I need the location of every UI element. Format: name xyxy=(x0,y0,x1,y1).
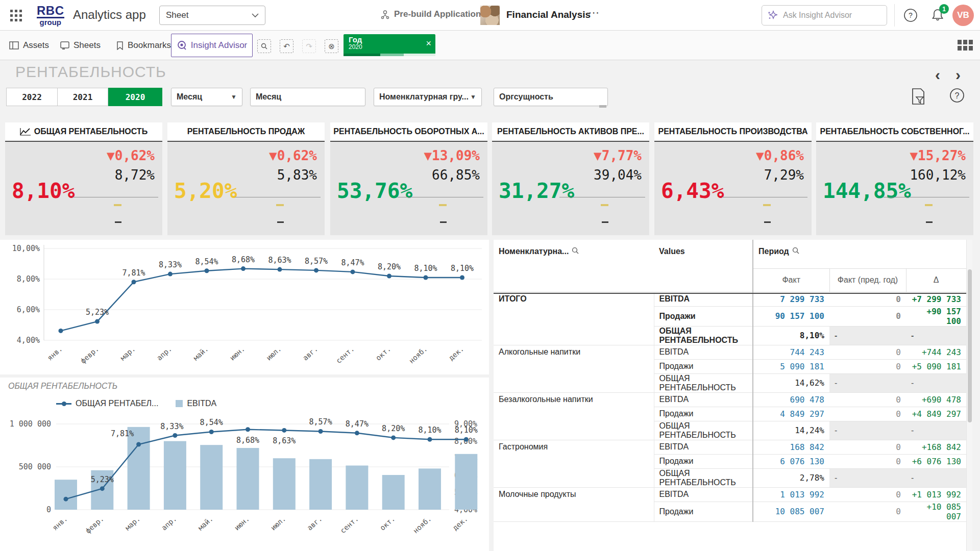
notifications-icon[interactable]: 1 xyxy=(931,8,944,24)
undo-selection-button[interactable]: ↶ xyxy=(280,39,293,53)
cell-fact[interactable]: 690 478 xyxy=(753,392,829,407)
sheet-grid-button[interactable] xyxy=(958,40,973,51)
cell-fact-prev[interactable]: 0 xyxy=(829,345,906,359)
filter-chip-year[interactable]: Год 2020 × xyxy=(344,34,435,54)
cell-fact[interactable]: 90 157 100 xyxy=(753,306,829,326)
cell-fact-prev[interactable]: 0 xyxy=(829,392,906,407)
row-measure-label[interactable]: ОБЩАЯ РЕНТАБЕЛЬНОСТЬ xyxy=(654,468,753,487)
filter-pane-icon[interactable] xyxy=(911,88,926,107)
kpi-card-4[interactable]: РЕНТАБЕЛЬНОСТЬ АКТИВОВ ПРЕ...31,27%▼7,77… xyxy=(492,122,649,236)
year-button-2020[interactable]: 2020 xyxy=(108,88,162,106)
sheet-selector[interactable]: Sheet xyxy=(159,6,265,25)
row-dimension-cell[interactable]: Молочные продукты xyxy=(494,487,654,521)
cell-fact[interactable]: 7 299 733 xyxy=(753,292,829,306)
year-button-2021[interactable]: 2021 xyxy=(57,88,108,106)
cell-fact[interactable]: 1 013 992 xyxy=(753,487,829,502)
row-dimension-cell[interactable]: Безалкогольные напитки xyxy=(494,392,654,440)
cell-fact[interactable]: 10 085 007 xyxy=(753,502,829,521)
cell-delta[interactable]: - xyxy=(906,326,966,345)
cell-delta[interactable]: - xyxy=(906,421,966,440)
cell-fact-prev[interactable]: 0 xyxy=(829,454,906,468)
cell-delta[interactable]: +690 478 xyxy=(906,392,966,407)
table-scrollbar[interactable] xyxy=(966,240,972,551)
sheets-tab[interactable]: Sheets xyxy=(57,31,104,60)
org-listbox[interactable]: Оргсущность xyxy=(494,88,608,106)
row-measure-label[interactable]: EBITDA xyxy=(654,345,753,359)
cell-fact-prev[interactable]: 0 xyxy=(829,440,906,454)
row-measure-label[interactable]: Продажи xyxy=(654,454,753,468)
help-circle-icon[interactable]: ? xyxy=(949,88,965,105)
table-row[interactable]: ГастрономияEBITDA168 8420+168 842 xyxy=(494,440,966,454)
redo-selection-button[interactable]: ↷ xyxy=(302,39,316,53)
cell-delta[interactable]: +5 090 181 xyxy=(906,359,966,373)
cell-delta[interactable]: - xyxy=(906,468,966,487)
row-dimension-cell[interactable]: Алкогольные напитки xyxy=(494,345,654,392)
table-row[interactable]: Безалкогольные напиткиEBITDA690 4780+690… xyxy=(494,392,966,407)
help-icon[interactable]: ? xyxy=(903,8,918,24)
row-measure-label[interactable]: EBITDA xyxy=(654,440,753,454)
assets-tab[interactable]: Assets xyxy=(6,31,52,60)
cell-fact[interactable]: 2,78% xyxy=(753,468,829,487)
cell-fact-prev[interactable]: - xyxy=(829,421,906,440)
legend-item-line[interactable]: ОБЩАЯ РЕНТАБЕЛ... xyxy=(56,399,158,408)
scrollbar-thumb[interactable] xyxy=(968,269,972,422)
legend-item-bar[interactable]: EBITDA xyxy=(176,399,216,408)
clear-selections-button[interactable]: ⊗ xyxy=(325,39,338,53)
cell-delta[interactable]: +10 085 007 xyxy=(906,502,966,521)
cell-fact-prev[interactable]: 0 xyxy=(829,306,906,326)
insight-advisor-button[interactable]: Insight Advisor xyxy=(171,34,253,57)
cell-delta[interactable]: +168 842 xyxy=(906,440,966,454)
cell-fact[interactable]: 744 243 xyxy=(753,345,829,359)
more-options-button[interactable]: ⋯ xyxy=(588,6,599,19)
cell-fact[interactable]: 5 090 181 xyxy=(753,359,829,373)
prev-sheet-button[interactable]: ‹ xyxy=(935,66,940,84)
row-measure-label[interactable]: Продажи xyxy=(654,407,753,421)
ask-insight-advisor-box[interactable] xyxy=(762,5,887,26)
cell-delta[interactable]: +90 157 100 xyxy=(906,306,966,326)
table-row[interactable]: Молочные продуктыEBITDA1 013 9920+1 013 … xyxy=(494,487,966,502)
row-dimension-cell[interactable]: ИТОГО xyxy=(494,292,654,345)
bookmarks-tab[interactable]: Bookmarks xyxy=(113,31,174,60)
ask-insight-input[interactable] xyxy=(783,11,875,20)
cell-fact[interactable]: 8,10% xyxy=(753,326,829,345)
profitability-combo-chart[interactable]: ОБЩАЯ РЕНТАБЕЛЬНОСТЬ ОБЩАЯ РЕНТАБЕЛ... E… xyxy=(0,378,489,551)
column-header-period[interactable]: Период xyxy=(753,240,966,268)
cell-fact-prev[interactable]: - xyxy=(829,373,906,392)
cell-delta[interactable]: +1 013 992 xyxy=(906,487,966,502)
avatar[interactable]: VB xyxy=(952,5,974,26)
year-button-2022[interactable]: 2022 xyxy=(6,88,57,106)
search-icon[interactable] xyxy=(572,247,579,254)
cell-fact[interactable]: 168 842 xyxy=(753,440,829,454)
profitability-line-chart[interactable]: 10,00%8,00%6,00%4,00%янв.5,23%февр.7,81%… xyxy=(0,240,489,374)
subcolumn-fact-prev[interactable]: Факт (пред. год) xyxy=(829,268,906,292)
row-measure-label[interactable]: Продажи xyxy=(654,502,753,521)
row-measure-label[interactable]: Продажи xyxy=(654,306,753,326)
pivot-table-panel[interactable]: Номенклатурна... Values Период Факт Факт… xyxy=(494,240,972,551)
subcolumn-delta[interactable]: Δ xyxy=(906,268,966,292)
cell-fact[interactable]: 6 076 130 xyxy=(753,454,829,468)
cell-fact[interactable]: 14,62% xyxy=(753,373,829,392)
kpi-card-6[interactable]: РЕНТАБЕЛЬНОСТЬ СОБСТВЕННОГ...144,85%▼15,… xyxy=(816,122,973,236)
table-row[interactable]: ИТОГОEBITDA7 299 7330+7 299 733 xyxy=(494,292,966,306)
next-sheet-button[interactable]: › xyxy=(955,66,961,84)
smart-search-button[interactable] xyxy=(257,39,271,53)
cell-delta[interactable]: +6 076 130 xyxy=(906,454,966,468)
kpi-card-2[interactable]: РЕНТАБЕЛЬНОСТЬ ПРОДАЖ5,20%▼0,62%5,83% xyxy=(167,122,325,236)
cell-fact[interactable]: 14,24% xyxy=(753,421,829,440)
prebuild-applications-link[interactable]: Pre-build Applications xyxy=(380,9,486,19)
row-measure-label[interactable]: ОБЩАЯ РЕНТАБЕЛЬНОСТЬ xyxy=(654,326,753,345)
cell-fact-prev[interactable]: - xyxy=(829,326,906,345)
table-row[interactable]: Алкогольные напиткиEBITDA744 2430+744 24… xyxy=(494,345,966,359)
cell-fact-prev[interactable]: 0 xyxy=(829,502,906,521)
row-measure-label[interactable]: EBITDA xyxy=(654,292,753,306)
filter-chip-close-icon[interactable]: × xyxy=(426,38,431,49)
cell-delta[interactable]: +744 243 xyxy=(906,345,966,359)
kpi-card-3[interactable]: РЕНТАБЕЛЬНОСТЬ ОБОРОТНЫХ А...53,76%▼13,0… xyxy=(330,122,487,236)
month-dropdown[interactable]: Месяц ▼ xyxy=(171,88,242,106)
cell-delta[interactable]: +4 849 297 xyxy=(906,407,966,421)
cell-fact-prev[interactable]: 0 xyxy=(829,359,906,373)
subcolumn-fact[interactable]: Факт xyxy=(753,268,829,292)
row-measure-label[interactable]: ОБЩАЯ РЕНТАБЕЛЬНОСТЬ xyxy=(654,421,753,440)
cell-fact-prev[interactable]: 0 xyxy=(829,487,906,502)
search-icon[interactable] xyxy=(792,247,799,254)
